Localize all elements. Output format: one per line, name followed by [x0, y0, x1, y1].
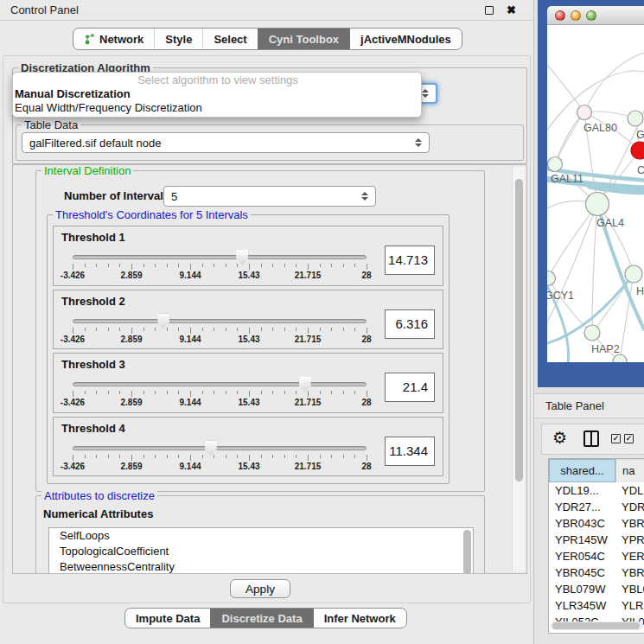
zoom-traffic-light-icon[interactable] — [586, 10, 596, 21]
node-h-partial[interactable] — [625, 265, 642, 283]
checkbox-icon[interactable]: ✓ — [611, 434, 621, 443]
tab-impute-data[interactable]: Impute Data — [125, 609, 210, 628]
combo-spinner-icon — [422, 89, 429, 98]
tick-label: 2.859 — [120, 335, 142, 344]
tab-style[interactable]: Style — [154, 29, 202, 49]
threshold-value-field[interactable]: 21.4 — [385, 373, 435, 402]
list-scrollbar-thumb[interactable] — [463, 530, 471, 574]
network-window-titlebar[interactable] — [547, 6, 644, 25]
attribute-list-item[interactable]: SelfLoops — [49, 528, 473, 544]
gear-icon[interactable]: ⚙ — [552, 428, 567, 448]
tab-label: Select — [214, 33, 246, 46]
interval-definition-group-title: Interval Definition — [41, 164, 133, 177]
threshold-value-field[interactable]: 14.713 — [385, 245, 435, 275]
network-canvas[interactable]: GAL80 GA C GAL11 GAL4 GCY1 H HAP2 — [547, 25, 644, 362]
table-cell-shared-name[interactable]: YDR27... — [549, 499, 615, 515]
table-cell-name[interactable]: YDR2 — [615, 499, 644, 515]
column-header-name[interactable]: na — [615, 459, 644, 482]
table-row[interactable]: YER054CYER0 — [549, 548, 644, 564]
node-gal4[interactable] — [586, 193, 609, 216]
table-cell-shared-name[interactable]: YDL19... — [549, 482, 615, 499]
checkbox-icon[interactable]: ✓ — [624, 434, 634, 443]
table-cell-shared-name[interactable]: YER054C — [549, 548, 615, 564]
threshold-slider[interactable]: -3.4262.8599.14415.4321.71528 — [73, 313, 367, 346]
slider-track[interactable] — [73, 382, 367, 386]
node-hap2[interactable] — [584, 325, 600, 341]
table-horizontal-scrollbar[interactable] — [551, 622, 643, 630]
slider-ticks — [73, 391, 367, 398]
table-data-combobox[interactable]: galFiltered.sif default node — [22, 132, 430, 153]
attribute-list-item[interactable]: BetweennessCentrality — [49, 559, 473, 574]
node-bottom-partial[interactable] — [613, 354, 627, 362]
node-red-selected[interactable] — [631, 142, 644, 159]
tab-select[interactable]: Select — [202, 29, 257, 49]
attribute-list-item[interactable]: TopologicalCoefficient — [49, 544, 473, 559]
slider-ticks — [73, 328, 367, 335]
table-cell-name[interactable]: YBL0 — [615, 581, 644, 597]
threshold-value-field[interactable]: 6.316 — [385, 309, 435, 339]
table-row[interactable]: YBR045CYBR0 — [549, 564, 644, 581]
table-row[interactable]: YDR27...YDR2 — [549, 499, 644, 515]
tab-infer-network[interactable]: Infer Network — [313, 609, 406, 628]
table-row[interactable]: YPR145WYPR1 — [549, 532, 644, 548]
threshold-slider[interactable]: -3.4262.8599.14415.4321.71528 — [73, 249, 367, 282]
slider-tick-labels: -3.4262.8599.14415.4321.71528 — [73, 462, 367, 472]
table-row[interactable]: YBL079WYBL0 — [549, 581, 644, 597]
slider-track[interactable] — [73, 319, 367, 323]
close-icon[interactable]: ✖ — [507, 3, 516, 17]
tab-discretize-data[interactable]: Discretize Data — [210, 609, 312, 628]
slider-track[interactable] — [73, 446, 367, 450]
table-cell-name[interactable]: YLR3 — [615, 597, 644, 614]
table-cell-shared-name[interactable]: YBL079W — [549, 581, 615, 597]
table-cell-name[interactable]: YER0 — [615, 548, 644, 564]
table-cell-name[interactable]: YBR0 — [615, 515, 644, 532]
threshold-panel: Threshold 2-3.4262.8599.14415.4321.71528… — [53, 290, 443, 350]
threshold-slider[interactable]: -3.4262.8599.14415.4321.71528 — [73, 440, 367, 473]
node-gal80[interactable] — [577, 105, 592, 120]
dropdown-option-equal-width-frequency[interactable]: Equal Width/Frequency Discretization — [13, 101, 421, 115]
numerical-attributes-list[interactable]: SelfLoopsTopologicalCoefficientBetweenne… — [48, 527, 474, 574]
control-panel-tabbar: NetworkStyleSelectCyni ToolboxjActiveMNo… — [73, 28, 462, 50]
numerical-attributes-label: Numerical Attributes — [43, 507, 153, 520]
table-row[interactable]: YBR043CYBR0 — [549, 515, 644, 532]
tab-network[interactable]: Network — [73, 29, 154, 49]
table-cell-shared-name[interactable]: YBR043C — [549, 515, 615, 532]
threshold-slider[interactable]: -3.4262.8599.14415.4321.71528 — [73, 376, 367, 409]
slider-track[interactable] — [73, 255, 367, 259]
table-cell-name[interactable]: YBR0 — [615, 564, 644, 581]
node-gal-partial[interactable] — [628, 111, 643, 126]
node-gcy1[interactable] — [547, 271, 556, 286]
column-header-shared-name[interactable]: shared... — [549, 459, 615, 482]
threshold-value-field[interactable]: 11.344 — [385, 437, 435, 466]
float-window-icon[interactable] — [485, 6, 494, 15]
scrollbar-thumb[interactable] — [515, 179, 523, 481]
table-data-group-title: Table Data — [22, 118, 80, 131]
table-row[interactable]: YLR345WYLR3 — [549, 597, 644, 614]
tick-label: 15.43 — [238, 462, 259, 471]
threshold-panel: Threshold 4-3.4262.8599.14415.4321.71528… — [53, 417, 443, 477]
network-view-window[interactable]: GAL80 GA C GAL11 GAL4 GCY1 H HAP2 — [538, 0, 644, 387]
apply-button[interactable]: Apply — [230, 579, 290, 598]
tick-label: 28 — [361, 271, 371, 280]
tick-label: 9.144 — [179, 462, 201, 471]
settings-vertical-scrollbar[interactable] — [512, 167, 525, 571]
scrollbar-thumb[interactable] — [552, 622, 640, 629]
table-cell-name[interactable]: YPR1 — [615, 532, 644, 548]
slider-tick-labels: -3.4262.8599.14415.4321.71528 — [73, 335, 367, 345]
tab-cyni-toolbox[interactable]: Cyni Toolbox — [258, 29, 349, 49]
node-gal11[interactable] — [548, 157, 563, 172]
table-cell-name[interactable]: YDL1 — [615, 482, 644, 499]
minimize-traffic-light-icon[interactable] — [571, 10, 581, 21]
number-of-intervals-combobox[interactable]: 5 — [163, 186, 376, 207]
tab-jactivemnodules[interactable]: jActiveMNodules — [349, 29, 462, 49]
table-cell-shared-name[interactable]: YPR145W — [549, 532, 615, 548]
dropdown-option-manual-discretization[interactable]: Manual Discretization — [13, 87, 421, 101]
split-columns-icon[interactable] — [583, 430, 599, 447]
table-cell-shared-name[interactable]: YBR045C — [549, 564, 615, 581]
thresholds-group: Threshold's Coordinates for 5 Intervals … — [47, 214, 450, 484]
node-label-h-partial: H — [636, 285, 644, 297]
table-row[interactable]: YDL19...YDL1 — [549, 482, 644, 499]
dropdown-prompt-item[interactable]: Select algorithm to view settings — [13, 73, 421, 87]
table-cell-shared-name[interactable]: YLR345W — [549, 597, 615, 614]
close-traffic-light-icon[interactable] — [555, 10, 565, 21]
